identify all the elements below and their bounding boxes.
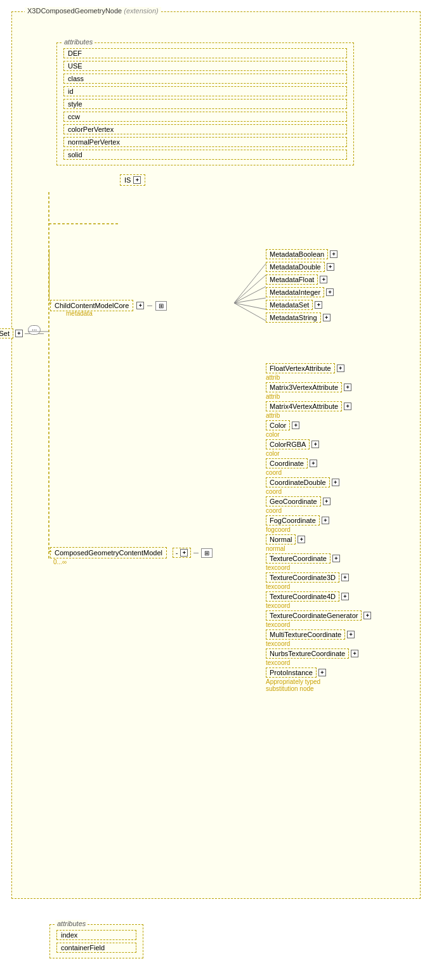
geo-coordinate-plus[interactable]: + — [323, 498, 331, 505]
geo-coordinate-row: GeoCoordinate + coord — [266, 496, 371, 514]
multi-texture-coord-plus[interactable]: + — [347, 631, 355, 638]
metadata-string-row: MetadataString + — [266, 313, 337, 323]
attributes-box-top: attributes DEF USE class id style ccw co… — [37, 30, 354, 165]
metadata-float-row: MetadataFloat + — [266, 274, 337, 285]
attr-id: id — [63, 86, 347, 96]
proto-instance-label: ProtoInstance — [266, 667, 317, 678]
metadata-set-label: MetadataSet — [266, 300, 313, 310]
composed-geometry-box[interactable]: ComposedGeometryContentModel — [50, 547, 167, 558]
ellipsis-connector: ··· — [28, 325, 41, 335]
metadata-double-plus[interactable]: + — [327, 263, 334, 271]
texture-coord-4d-plus[interactable]: + — [341, 593, 349, 600]
coordinate-row: Coordinate + coord — [266, 458, 371, 476]
coordinate-double-plus[interactable]: + — [332, 479, 339, 486]
float-vertex-sublabel: attrib — [266, 374, 280, 381]
composed-geometry-plus[interactable]: + — [180, 549, 188, 557]
texture-coord-4d-sublabel: texcoord — [266, 602, 290, 609]
attr-normalPerVertex: normalPerVertex — [63, 137, 347, 147]
normal-sublabel: normal — [266, 545, 285, 552]
texture-coord-3d-plus[interactable]: + — [341, 574, 349, 581]
fog-coordinate-label: FogCoordinate — [266, 515, 320, 525]
indexed-triangle-set-plus-icon[interactable]: + — [15, 330, 23, 337]
texture-coord-gen-sublabel: texcoord — [266, 621, 290, 628]
nurbs-texture-coord-sublabel: texcoord — [266, 659, 290, 666]
fog-coordinate-row: FogCoordinate + fogcoord — [266, 515, 371, 533]
matrix4-vertex-row: Matrix4VertexAttribute + attrib — [266, 401, 371, 419]
matrix3-vertex-sublabel: attrib — [266, 393, 280, 400]
main-diagram: X3DComposedGeometryNode (extension) attr… — [11, 11, 421, 899]
texture-coord-label: TextureCoordinate — [266, 553, 331, 564]
fog-coordinate-plus[interactable]: + — [322, 517, 329, 524]
attributes-box-bottom: attributes index containerField — [30, 912, 143, 958]
coordinate-plus[interactable]: + — [310, 460, 317, 467]
attributes-bottom-label: attributes — [55, 920, 88, 927]
proto-instance-plus[interactable]: + — [318, 669, 326, 676]
multi-texture-coord-row: MultiTextureCoordinate + texcoord — [266, 629, 371, 647]
metadata-integer-label: MetadataInteger — [266, 287, 324, 297]
coordinate-double-row: CoordinateDouble + coord — [266, 477, 371, 495]
diagram-title: X3DComposedGeometryNode (extension) — [25, 7, 161, 15]
nurbs-texture-coord-label: NurbsTextureCoordinate — [266, 648, 349, 659]
matrix3-vertex-label: Matrix3VertexAttribute — [266, 382, 342, 392]
matrix4-vertex-plus[interactable]: + — [344, 403, 351, 410]
indexed-triangle-set-label: IndexedTriangleSet — [0, 328, 13, 338]
float-vertex-plus[interactable]: + — [337, 364, 344, 372]
attr-index: index — [56, 930, 136, 940]
texture-coord-4d-row: TextureCoordinate4D + texcoord — [266, 591, 371, 609]
metadata-boolean-plus[interactable]: + — [330, 250, 337, 258]
metadata-set-plus[interactable]: + — [315, 301, 322, 309]
composed-nodes-group: FloatVertexAttribute + attrib Matrix3Ver… — [266, 363, 371, 692]
attr-solid: solid — [63, 150, 347, 160]
composed-geometry-label: ComposedGeometryContentModel — [55, 549, 162, 557]
metadata-string-plus[interactable]: + — [323, 314, 331, 321]
normal-row: Normal + normal — [266, 534, 371, 552]
svg-line-10 — [234, 303, 266, 321]
metadata-double-label: MetadataDouble — [266, 262, 325, 272]
metadata-float-plus[interactable]: + — [320, 276, 327, 283]
metadata-string-label: MetadataString — [266, 313, 321, 323]
metadata-float-label: MetadataFloat — [266, 274, 318, 285]
color-rgba-label: ColorRGBA — [266, 439, 310, 449]
coordinate-sublabel: coord — [266, 469, 282, 476]
color-label: Color — [266, 420, 290, 430]
metadata-nodes-group: MetadataBoolean + MetadataDouble + Metad… — [266, 249, 337, 323]
matrix3-vertex-plus[interactable]: + — [344, 384, 351, 391]
attributes-label: attributes — [62, 38, 95, 46]
matrix4-vertex-label: Matrix4VertexAttribute — [266, 401, 342, 411]
coordinate-double-label: CoordinateDouble — [266, 477, 330, 487]
metadata-integer-plus[interactable]: + — [326, 288, 334, 296]
child-content-sublabel: metadata — [66, 310, 93, 317]
matrix4-vertex-sublabel: attrib — [266, 412, 280, 419]
color-rgba-plus[interactable]: + — [311, 441, 319, 448]
is-node[interactable]: IS + — [120, 174, 145, 186]
texture-coord-gen-row: TextureCoordinateGenerator + texcoord — [266, 610, 371, 628]
attr-USE: USE — [63, 61, 347, 71]
svg-line-7 — [234, 287, 266, 303]
normal-plus[interactable]: + — [298, 536, 305, 543]
is-label: IS — [124, 176, 131, 184]
color-sublabel: color — [266, 431, 280, 438]
ellipsis-label: ··· — [28, 325, 41, 335]
nurbs-texture-coord-plus[interactable]: + — [351, 650, 358, 657]
color-row: Color + color — [266, 420, 371, 438]
composed-geometry-sublabel: 0...∞ — [53, 558, 67, 565]
texture-coord-plus[interactable]: + — [332, 555, 340, 562]
texture-coord-gen-plus[interactable]: + — [363, 612, 371, 619]
color-plus[interactable]: + — [292, 422, 299, 429]
svg-line-5 — [234, 264, 266, 303]
attr-class: class — [63, 74, 347, 84]
metadata-group-connector: ⊞ — [155, 301, 167, 311]
fog-coordinate-sublabel: fogcoord — [266, 526, 291, 533]
texture-coord-row: TextureCoordinate + texcoord — [266, 553, 371, 571]
metadata-boolean-row: MetadataBoolean + — [266, 249, 337, 259]
texture-coord-sublabel: texcoord — [266, 564, 290, 571]
multi-texture-coord-sublabel: texcoord — [266, 640, 290, 647]
is-plus-icon[interactable]: + — [133, 176, 141, 184]
geo-coordinate-sublabel: coord — [266, 507, 282, 514]
coordinate-label: Coordinate — [266, 458, 308, 468]
metadata-double-row: MetadataDouble + — [266, 262, 337, 272]
texture-coord-3d-label: TextureCoordinate3D — [266, 572, 339, 583]
nurbs-texture-coord-row: NurbsTextureCoordinate + texcoord — [266, 648, 371, 666]
child-content-model-plus-icon[interactable]: + — [136, 302, 144, 309]
texture-coord-gen-label: TextureCoordinateGenerator — [266, 610, 362, 621]
